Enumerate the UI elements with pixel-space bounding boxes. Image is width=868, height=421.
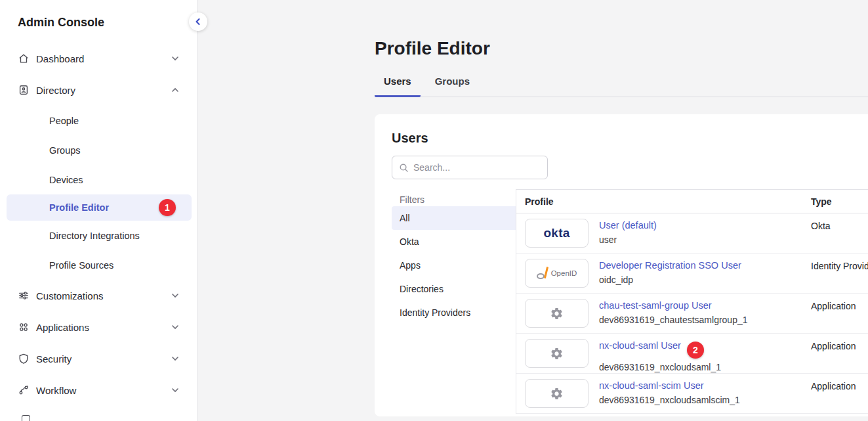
- profiles-table: Profile Type okta User (default) user Ok…: [516, 189, 868, 414]
- sidebar-item-customizations[interactable]: Customizations: [0, 280, 197, 311]
- sidebar-item-label: Security: [36, 353, 72, 365]
- panel-title: Users: [392, 131, 868, 146]
- sidebar-item-label: Profile Sources: [49, 260, 114, 271]
- sidebar-item-devices[interactable]: Devices: [0, 165, 197, 194]
- chevron-down-icon: [171, 322, 180, 332]
- table-row: chau-test-saml-group User dev86931619_ch…: [516, 294, 868, 334]
- profile-id: user: [599, 234, 657, 245]
- tab-users[interactable]: Users: [375, 76, 421, 97]
- filters-heading: Filters: [392, 193, 516, 206]
- profile-link[interactable]: nx-cloud-saml-scim User: [599, 380, 704, 391]
- sidebar-item-label: Directory Integrations: [49, 231, 140, 241]
- profile-type: Application: [811, 341, 856, 351]
- app-title: Admin Console: [0, 0, 197, 43]
- chevron-down-icon: [171, 291, 180, 300]
- sidebar-item-label: Dashboard: [36, 53, 84, 64]
- column-header-profile: Profile: [516, 196, 554, 207]
- profile-type: Okta: [811, 221, 831, 231]
- table-row: okta User (default) user Okta: [516, 213, 868, 254]
- filter-all[interactable]: All: [392, 206, 516, 230]
- tab-bar: Users Groups: [375, 76, 868, 97]
- reports-icon-partial[interactable]: [22, 415, 30, 421]
- chevron-down-icon: [171, 54, 180, 63]
- filter-identity-providers[interactable]: Identity Providers: [392, 301, 516, 324]
- sidebar-item-label: Workflow: [36, 385, 76, 396]
- table-row: nx-cloud-saml-scim User dev86931619_nxcl…: [516, 374, 868, 414]
- sidebar-item-profile-sources[interactable]: Profile Sources: [0, 250, 197, 280]
- table-row: nx-cloud-saml User2 dev86931619_nxclouds…: [516, 334, 868, 374]
- tab-label: Groups: [435, 76, 470, 87]
- okta-logo: okta: [525, 219, 589, 248]
- profile-id: dev86931619_nxcloudsaml_1: [599, 362, 721, 372]
- sidebar: Admin Console Dashboard Directory People…: [0, 0, 197, 421]
- search-icon: [399, 163, 409, 173]
- app-gear-logo: [525, 379, 589, 408]
- profile-type: Identity Provider: [811, 261, 868, 271]
- apps-grid-icon: [18, 321, 30, 333]
- chevron-down-icon: [171, 354, 180, 363]
- page-title: Profile Editor: [375, 0, 868, 59]
- id-badge-icon: [18, 84, 30, 96]
- home-icon: [18, 53, 30, 64]
- sidebar-item-groups[interactable]: Groups: [0, 135, 197, 165]
- filter-apps[interactable]: Apps: [392, 254, 516, 277]
- workflow-branch-icon: [18, 384, 30, 396]
- sidebar-item-label: Groups: [49, 145, 81, 156]
- table-row: OpenID Developer Registration SSO User o…: [516, 254, 868, 294]
- annotation-badge-2: 2: [687, 342, 704, 359]
- gear-icon: [550, 307, 564, 321]
- chevron-left-icon: [194, 18, 202, 26]
- filters-panel: Filters All Okta Apps Directories Identi…: [392, 189, 516, 414]
- sliders-icon: [18, 290, 30, 301]
- app-gear-logo: [525, 299, 589, 328]
- profile-link[interactable]: nx-cloud-saml User: [599, 340, 681, 351]
- sidebar-item-label: People: [49, 116, 79, 126]
- sidebar-item-applications[interactable]: Applications: [0, 311, 197, 343]
- profile-id: dev86931619_chautestsamlgroup_1: [599, 315, 748, 325]
- profile-link[interactable]: Developer Registration SSO User: [599, 260, 741, 271]
- shield-icon: [18, 353, 30, 365]
- gear-icon: [550, 387, 564, 401]
- table-header: Profile Type: [516, 190, 868, 213]
- users-panel: Users Filters All Okta Apps Directories …: [375, 114, 868, 416]
- gear-icon: [550, 347, 564, 361]
- profile-type: Application: [811, 381, 856, 391]
- sidebar-item-profile-editor[interactable]: Profile Editor 1: [7, 194, 192, 221]
- chevron-up-icon: [171, 85, 180, 95]
- annotation-badge-1: 1: [159, 199, 176, 216]
- profile-type: Application: [811, 301, 856, 311]
- profile-id: oidc_idp: [599, 275, 741, 285]
- filter-okta[interactable]: Okta: [392, 230, 516, 254]
- filter-directories[interactable]: Directories: [392, 277, 516, 301]
- tab-label: Users: [384, 76, 411, 87]
- openid-icon: [537, 267, 548, 280]
- sidebar-item-directory-integrations[interactable]: Directory Integrations: [0, 221, 197, 250]
- sidebar-item-security[interactable]: Security: [0, 343, 197, 374]
- app-gear-logo: [525, 339, 589, 368]
- chevron-down-icon: [171, 386, 180, 395]
- sidebar-item-label: Directory: [36, 85, 75, 96]
- openid-logo: OpenID: [525, 259, 589, 288]
- sidebar-item-people[interactable]: People: [0, 106, 197, 135]
- sidebar-item-label: Customizations: [36, 290, 104, 301]
- sidebar-item-dashboard[interactable]: Dashboard: [0, 43, 197, 74]
- profile-link[interactable]: User (default): [599, 220, 657, 231]
- search-input[interactable]: [413, 162, 541, 173]
- sidebar-item-directory[interactable]: Directory: [0, 74, 197, 106]
- search-box[interactable]: [392, 156, 548, 179]
- sidebar-item-workflow[interactable]: Workflow: [0, 374, 197, 406]
- main-content: Profile Editor Users Groups Users Filter…: [198, 0, 868, 421]
- sidebar-collapse-button[interactable]: [189, 12, 207, 31]
- profile-link[interactable]: chau-test-saml-group User: [599, 300, 712, 311]
- sidebar-item-label: Devices: [49, 175, 83, 185]
- sidebar-item-label: Profile Editor: [49, 202, 109, 213]
- sidebar-item-label: Applications: [36, 322, 89, 333]
- profile-id: dev86931619_nxcloudsamlscim_1: [599, 395, 740, 405]
- tab-groups[interactable]: Groups: [426, 76, 479, 97]
- column-header-type: Type: [811, 196, 832, 207]
